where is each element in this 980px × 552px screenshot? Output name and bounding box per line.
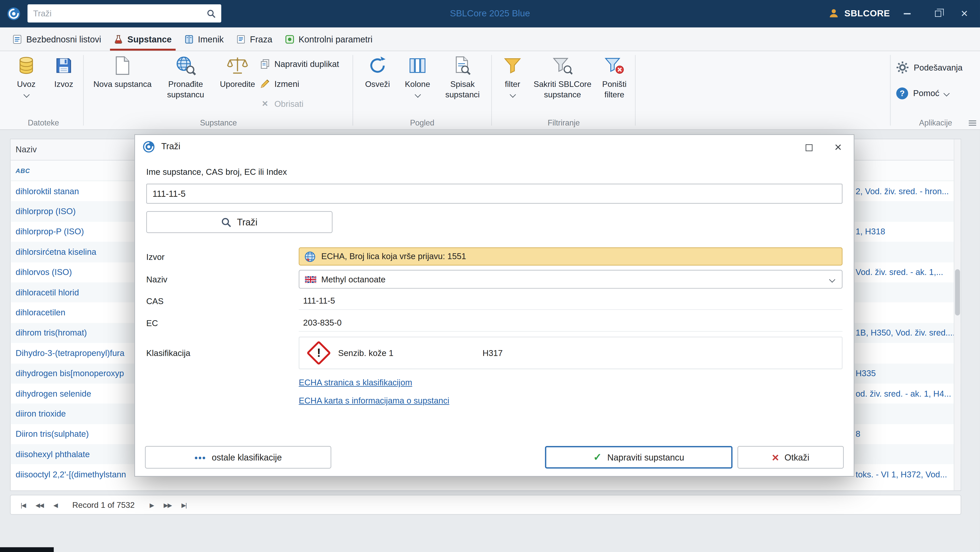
tab-imenik[interactable]: Imenik <box>178 28 230 51</box>
group-launcher-icon[interactable] <box>969 120 976 126</box>
kolone-button[interactable]: Kolone <box>399 55 436 97</box>
otkazi-button[interactable]: × Otkaži <box>738 446 844 468</box>
trazi-dialog: Traži × Ime supstance, CAS broj, EC ili … <box>135 135 854 477</box>
abc-filter-icon: ABC <box>16 167 30 174</box>
account-area[interactable]: SBLCORE <box>828 7 890 19</box>
ribbon-separator <box>491 55 492 125</box>
restore-icon <box>935 11 941 17</box>
hazard-statement-code: H317 <box>482 348 503 358</box>
echa-infocard-link[interactable]: ECHA karta s informacijama o supstanci <box>299 396 449 406</box>
podesavanja-button[interactable]: Podešavanja <box>896 61 963 74</box>
maximize-button[interactable] <box>928 0 949 28</box>
search-field-label: Ime supstance, CAS broj, EC ili Index <box>146 167 287 177</box>
sakriti-sblcore-button[interactable]: Sakriti SBLCore supstance <box>531 55 594 100</box>
prev-page-button[interactable]: ◀◀ <box>35 501 43 508</box>
pronadite-supstancu-button[interactable]: Pronađite supstancu <box>155 55 216 100</box>
balance-scale-icon <box>227 55 248 76</box>
first-record-button[interactable]: |◀ <box>21 501 25 508</box>
maximize-icon <box>805 144 812 151</box>
search-icon[interactable] <box>207 9 216 17</box>
database-import-icon <box>16 55 36 76</box>
close-button[interactable]: × <box>954 0 975 28</box>
next-page-button[interactable]: ▶▶ <box>164 501 172 508</box>
titlebar: SBLCore 2025 Blue SBLCORE × <box>0 0 980 28</box>
hazard-class-name: Senzib. kože 1 <box>338 348 393 358</box>
ribbon-group-filtriranje: filter Sakriti SBLCore supstance Poništi… <box>492 51 635 129</box>
control-parameters-icon <box>285 34 294 44</box>
dialog-search-button[interactable]: Traži <box>146 211 332 233</box>
tab-bezbednosni-listovi[interactable]: Bezbednosni listovi <box>6 28 107 51</box>
izvor-field[interactable]: ECHA, Broj lica koja vrše prijavu: 1551 <box>299 247 842 265</box>
global-search-input[interactable] <box>33 9 207 18</box>
filter-button[interactable]: filter <box>495 55 530 97</box>
ribbon-group-datoteke: Uvoz Izvoz Datoteke <box>4 51 83 129</box>
minimize-button[interactable] <box>896 0 917 28</box>
group-label-datoteke: Datoteke <box>4 119 83 127</box>
app-logo-icon <box>142 141 155 153</box>
naziv-dropdown[interactable]: Methyl octanoate <box>299 270 842 289</box>
dialog-title: Traži <box>161 141 180 151</box>
dots-icon: ••• <box>194 453 206 462</box>
check-icon: ✓ <box>593 452 602 462</box>
funnel-clear-icon <box>605 55 624 76</box>
chevron-down-icon <box>414 92 421 98</box>
vertical-scrollbar[interactable] <box>954 139 961 490</box>
ribbon-separator <box>83 55 84 125</box>
delete-x-icon: × <box>260 98 270 109</box>
dialog-close-button[interactable]: × <box>830 139 846 155</box>
group-label-pogled: Pogled <box>354 119 491 127</box>
chevron-down-icon <box>943 90 950 96</box>
klasifikacija-label: Klasifikacija <box>146 349 190 358</box>
ostale-klasifikacije-button[interactable]: ••• ostale klasifikacije <box>145 446 331 468</box>
chevron-down-icon <box>23 92 29 98</box>
napraviti-supstancu-button[interactable]: ✓ Napraviti supstancu <box>545 446 732 468</box>
minimize-icon <box>904 13 910 14</box>
dialog-maximize-button[interactable] <box>801 140 816 155</box>
search-icon <box>221 217 231 227</box>
refresh-icon <box>368 55 387 76</box>
ec-field[interactable]: 203-835-0 <box>299 314 842 332</box>
classification-box: ! Senzib. kože 1 H317 <box>299 337 842 369</box>
scrollbar-thumb[interactable] <box>955 270 960 316</box>
tab-kontrolni-parametri[interactable]: Kontrolni parametri <box>279 28 379 51</box>
izvoz-button[interactable]: Izvoz <box>48 55 80 90</box>
chevron-down-icon[interactable] <box>829 276 835 282</box>
tabbar: Bezbednosni listovi Supstance Imenik Fra… <box>0 28 980 51</box>
cas-field[interactable]: 111-11-5 <box>299 292 842 310</box>
last-record-button[interactable]: ▶| <box>181 501 186 508</box>
group-label-aplikacije: Aplikacije <box>891 119 980 127</box>
uporedite-button[interactable]: Uporedite <box>218 55 258 90</box>
ribbon-separator <box>890 55 891 125</box>
titlebar-search[interactable] <box>28 4 221 22</box>
napraviti-duplikat-button[interactable]: Napraviti duplikat <box>260 56 339 72</box>
help-icon: ? <box>896 87 908 99</box>
nova-supstanca-button[interactable]: Nova supstanca <box>90 55 155 90</box>
tab-fraza[interactable]: Fraza <box>230 28 278 51</box>
funnel-icon <box>503 55 522 76</box>
prev-record-button[interactable]: ◀ <box>53 501 57 508</box>
next-record-button[interactable]: ▶ <box>150 501 153 508</box>
sds-document-icon <box>13 34 22 44</box>
spisak-supstanci-button[interactable]: Spisak supstanci <box>438 55 488 100</box>
globe-search-icon <box>175 55 196 76</box>
chevron-down-icon <box>509 92 515 98</box>
uvoz-button[interactable]: Uvoz <box>10 55 43 97</box>
record-count-label: Record 1 of 7532 <box>72 500 135 509</box>
account-label: SBLCORE <box>845 8 890 18</box>
flask-icon <box>114 34 123 44</box>
ribbon-separator <box>635 55 636 125</box>
pomoc-button[interactable]: ? Pomoć <box>896 87 948 99</box>
ribbon-separator <box>353 55 353 125</box>
address-book-icon <box>184 34 194 44</box>
tab-supstance[interactable]: Supstance <box>107 28 178 51</box>
osvezi-button[interactable]: Osveži <box>358 55 397 90</box>
ghs07-pictogram-icon: ! <box>299 344 338 362</box>
substance-search-input[interactable] <box>146 184 842 204</box>
obrisati-button[interactable]: × Obrisati <box>260 95 304 112</box>
group-label-supstance: Supstance <box>85 119 352 127</box>
ponisti-filtere-button[interactable]: Poništi filtere <box>595 55 634 100</box>
ribbon-group-pogled: Osveži Kolone Spisak supstanci Pogled <box>354 51 491 129</box>
izmeni-button[interactable]: Izmeni <box>260 76 299 92</box>
echa-classification-link[interactable]: ECHA stranica s klasifikacijom <box>299 378 412 387</box>
cas-label: CAS <box>146 297 164 306</box>
